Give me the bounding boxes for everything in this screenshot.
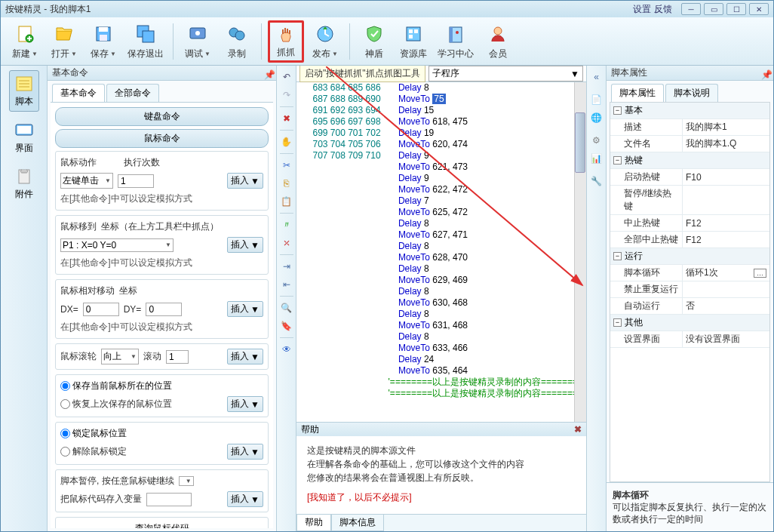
debug-icon <box>186 22 210 46</box>
undo-icon[interactable]: ↶ <box>280 70 293 84</box>
help-close-icon[interactable]: ✖ <box>574 424 582 435</box>
bookmark-icon[interactable]: 🔖 <box>280 319 293 333</box>
insert-button-5[interactable]: 插入▼ <box>227 396 263 412</box>
coord2-label: 坐标 <box>119 284 137 297</box>
left-nav-script[interactable]: 脚本 <box>9 70 39 112</box>
insert-button-3[interactable]: 插入▼ <box>227 301 263 317</box>
insert-button-4[interactable]: 插入▼ <box>227 349 263 364</box>
cut-icon[interactable]: ✂ <box>280 158 293 172</box>
rel-move-label: 鼠标相对移动 <box>60 284 115 297</box>
feedback-link[interactable]: 反馈 <box>654 3 672 16</box>
maximize-button[interactable]: ☐ <box>726 3 746 15</box>
close-button[interactable]: ✕ <box>749 3 769 15</box>
toolbar-record-button[interactable]: 录制 <box>219 20 255 63</box>
props-tab-props[interactable]: 脚本属性 <box>611 84 664 102</box>
code-lines[interactable]: Delay 8 MoveTo 75 Delay 15 MoveTo 618, 4… <box>385 82 586 422</box>
point-combo[interactable]: P1 : X=0 Y=0▼ <box>60 238 174 252</box>
chevron-left-icon[interactable]: « <box>590 70 604 84</box>
property-grid[interactable]: −基本 描述我的脚本1 文件名我的脚本1.Q −热键 启动热键F10 暂停/继续… <box>610 102 770 482</box>
dx-input[interactable] <box>83 303 119 316</box>
window-title: 按键精灵 - 我的脚本1 <box>5 3 633 16</box>
radio-save-pos[interactable]: 保存当前鼠标所在的位置 <box>60 380 263 392</box>
delete-icon[interactable]: ✖ <box>280 112 293 125</box>
paste-icon[interactable]: 📋 <box>280 195 293 208</box>
tab-basic-cmd[interactable]: 基本命令 <box>52 84 105 102</box>
grab-icon <box>274 23 298 45</box>
chart-icon[interactable]: 📊 <box>590 152 604 165</box>
indent-icon[interactable]: ⇥ <box>280 260 293 273</box>
mouse-action-combo[interactable]: 左键单击▼ <box>60 173 113 189</box>
svg-point-8 <box>195 31 200 35</box>
help-tab-help[interactable]: 帮助 <box>296 515 331 531</box>
svg-rect-3 <box>99 27 108 32</box>
attach-icon <box>13 167 35 186</box>
radio-lock[interactable]: 锁定鼠标位置 <box>60 427 263 440</box>
find-icon[interactable]: 🔍 <box>280 301 293 315</box>
left-nav-ui[interactable]: 界面 <box>10 118 38 158</box>
globe-icon[interactable]: 🌐 <box>590 111 604 125</box>
toolbar-open-button[interactable]: 打开▼ <box>46 20 82 63</box>
insert-button-6[interactable]: 插入▼ <box>227 444 263 460</box>
radio-unlock[interactable]: 解除鼠标锁定 <box>60 445 127 458</box>
restore-button[interactable]: ▭ <box>704 3 723 15</box>
gear-icon[interactable]: ⚙ <box>590 134 604 147</box>
settings-link[interactable]: 设置 <box>633 3 651 16</box>
svg-point-18 <box>456 31 459 34</box>
radio-restore-pos[interactable]: 恢复上次保存的鼠标位置 <box>60 398 172 411</box>
toolbar-res-button[interactable]: 资源库 <box>395 20 432 63</box>
wrench-icon[interactable]: 🔧 <box>590 174 604 188</box>
pin-icon[interactable]: 📌 <box>264 69 272 77</box>
toolbar-member-button[interactable]: 会员 <box>480 20 516 63</box>
mouse-action-label: 鼠标动作 <box>60 156 97 169</box>
dy-input[interactable] <box>146 303 182 316</box>
tab-all-cmd[interactable]: 全部命令 <box>106 84 159 102</box>
keyboard-cmd-button[interactable]: 键盘命令 <box>55 107 269 126</box>
svg-rect-12 <box>407 27 420 41</box>
insert-button-2[interactable]: 插入▼ <box>227 237 263 253</box>
toolbar-label: 资源库 <box>400 48 427 60</box>
mouse-cmd-button[interactable]: 鼠标命令 <box>55 129 269 148</box>
insert-button-7[interactable]: 插入▼ <box>227 491 263 507</box>
svg-rect-4 <box>100 35 107 41</box>
toolbar-grab-button[interactable]: 抓抓 <box>268 20 304 63</box>
outdent-icon[interactable]: ⇤ <box>280 278 293 291</box>
left-nav-attach[interactable]: 附件 <box>10 164 38 204</box>
exec-count-input[interactable] <box>118 174 154 188</box>
help-dismiss-link[interactable]: [我知道了，以后不必提示] <box>307 490 576 504</box>
savex-icon <box>134 22 158 46</box>
right-icon-strip: « 📄 🌐 ⚙ 📊 🔧 <box>586 66 606 531</box>
help-tab-info[interactable]: 脚本信息 <box>331 515 384 531</box>
help-title: 帮助 <box>301 423 319 436</box>
insert-button-1[interactable]: 插入▼ <box>227 173 263 189</box>
toolbar-debug-button[interactable]: 调试▼ <box>180 20 216 63</box>
scroll-count-input[interactable] <box>166 350 189 364</box>
copy-icon[interactable]: ⎘ <box>280 177 293 190</box>
prop-icon[interactable]: 📄 <box>590 93 604 106</box>
minimize-button[interactable]: ─ <box>681 3 701 15</box>
toolbar-shield-button[interactable]: 神盾 <box>356 20 392 63</box>
pause-key-combo[interactable]: ▼ <box>179 476 194 486</box>
vscrollbar[interactable] <box>574 82 586 422</box>
toolbar-publish-button[interactable]: 发布▼ <box>307 20 343 63</box>
view-icon[interactable]: 👁 <box>280 343 293 356</box>
props-tab-desc[interactable]: 脚本说明 <box>665 84 718 102</box>
wheel-dir-combo[interactable]: 向上▼ <box>101 349 139 364</box>
hand-icon[interactable]: ✋ <box>280 135 293 149</box>
toolbar-save-button[interactable]: 保存▼ <box>85 20 121 63</box>
hint-1: 在[其他命令]中可以设定模拟方式 <box>60 192 263 205</box>
toolbar-savex-button[interactable]: 保存退出 <box>124 20 167 63</box>
toolbar-label: 新建▼ <box>12 48 38 60</box>
publish-icon <box>313 22 337 46</box>
toolbar-label: 打开▼ <box>51 48 77 60</box>
redo-icon[interactable]: ↷ <box>280 88 293 102</box>
sub-combo[interactable]: 子程序▼ <box>428 66 583 81</box>
var-input[interactable] <box>146 493 192 506</box>
comment-icon[interactable]: 〃 <box>280 218 293 232</box>
uncomment-icon[interactable]: ⤫ <box>280 236 293 250</box>
props-pin-icon[interactable]: 📌 <box>761 69 769 77</box>
toolbar-learn-button[interactable]: 学习中心 <box>435 20 477 63</box>
properties-panel: 脚本属性 📌 脚本属性 脚本说明 −基本 描述我的脚本1 文件名我的脚本1.Q … <box>606 66 773 531</box>
toolbar-new-button[interactable]: 新建▼ <box>7 20 43 63</box>
open-icon <box>52 22 76 46</box>
new-icon <box>13 22 37 46</box>
